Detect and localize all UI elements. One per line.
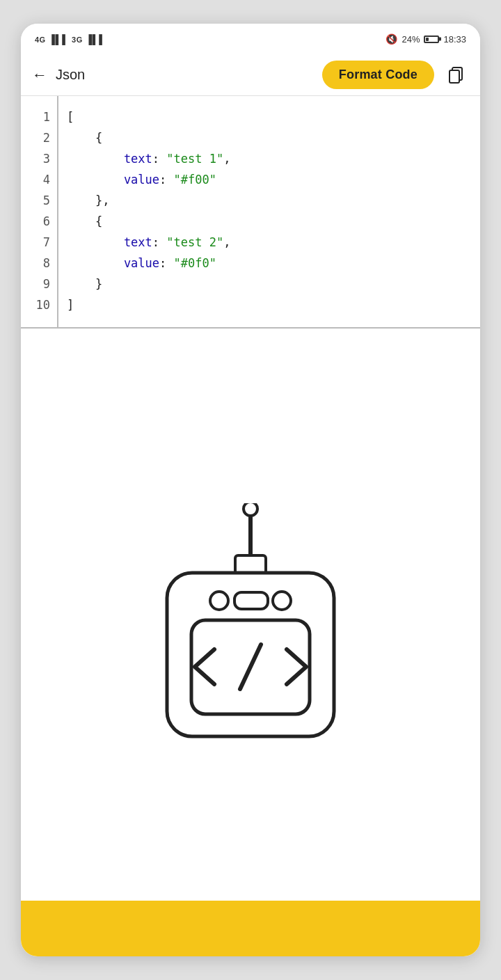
line-num-5: 5 [43,191,50,212]
robot-illustration [132,503,369,782]
time-display: 18:33 [443,34,466,45]
code-content[interactable]: [ { text: "test 1", value: "#f00" }, { t… [58,96,480,327]
svg-point-8 [273,592,291,610]
code-line-5: }, [67,191,472,212]
code-line-9: } [67,274,472,295]
page-title: Json [56,67,314,83]
battery-percent: 24% [401,34,420,45]
status-bar: 4G ▐▌▌ 3G ▐▌▌ 🔇 24% 18:33 [21,24,480,54]
line-num-3: 3 [43,149,50,170]
code-editor[interactable]: 1 2 3 4 5 6 7 8 9 10 [ { text: "test 1",… [21,96,480,329]
code-line-10: ] [67,295,472,316]
svg-point-6 [210,592,228,610]
battery-icon [424,35,439,43]
back-arrow-icon: ← [32,66,47,84]
line-num-8: 8 [43,253,50,274]
line-num-7: 7 [43,232,50,253]
illustration-area [21,329,480,956]
code-line-7: text: "test 2", [67,232,472,253]
line-num-10: 10 [36,295,50,316]
yellow-bottom-bar [21,901,480,956]
line-num-6: 6 [43,212,50,232]
line-num-1: 1 [43,107,50,128]
line-num-9: 9 [43,274,50,295]
copy-button[interactable] [443,62,469,88]
nav-bar: ← Json Format Code [21,54,480,96]
svg-rect-7 [234,592,268,609]
line-numbers: 1 2 3 4 5 6 7 8 9 10 [21,96,58,327]
code-line-6: { [67,212,472,232]
back-button[interactable]: ← [32,63,47,87]
code-line-8: value: "#0f0" [67,253,472,274]
status-right: 🔇 24% 18:33 [385,33,466,45]
signal-indicator: 4G ▐▌▌ 3G ▐▌▌ [35,34,106,45]
line-num-2: 2 [43,128,50,149]
line-num-4: 4 [43,170,50,191]
format-code-button[interactable]: Format Code [322,61,434,89]
phone-frame: 4G ▐▌▌ 3G ▐▌▌ 🔇 24% 18:33 ← Json Format … [21,24,480,956]
svg-point-3 [244,503,257,516]
code-line-2: { [67,128,472,149]
copy-icon [447,66,465,84]
code-line-3: text: "test 1", [67,149,472,170]
svg-rect-1 [450,70,459,83]
code-line-1: [ [67,107,472,128]
robot-svg [132,503,369,782]
mute-icon: 🔇 [385,33,397,45]
code-line-4: value: "#f00" [67,170,472,191]
